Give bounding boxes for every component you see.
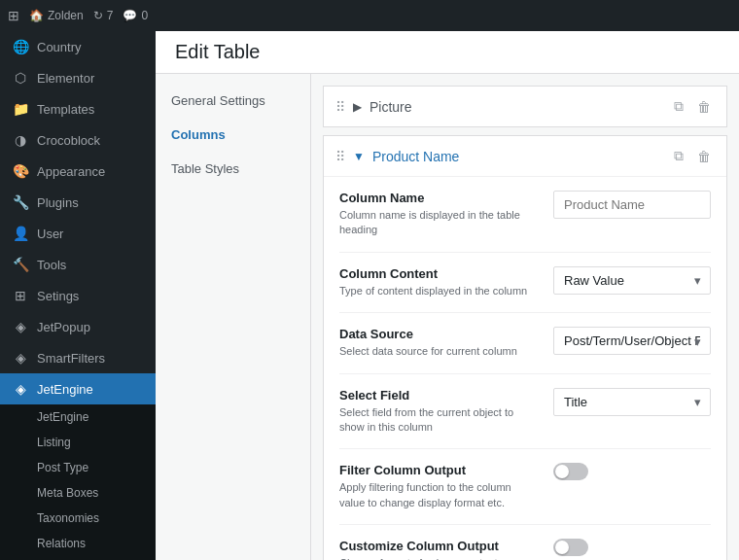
data-source-label: Data Source [339,327,534,341]
submenu-taxonomies[interactable]: Taxonomies [0,506,156,531]
sidebar-label-user: User [37,227,63,241]
nav-general-settings[interactable]: General Settings [156,84,310,118]
site-name-item[interactable]: 🏠 Zolden [29,9,84,22]
right-panel: ⠿ ▶ Picture ⧉ 🗑 ⠿ ▼ Product Name ⧉ [311,74,739,560]
select-field-label: Select Field [339,388,534,402]
nav-columns[interactable]: Columns [156,118,310,152]
customize-column-desc: Change format of column content. [339,556,534,560]
user-icon: 👤 [12,226,29,241]
sidebar-item-appearance[interactable]: 🎨 Appearance [0,156,156,187]
elementor-icon: ⬡ [12,70,29,86]
copy-product-button[interactable]: ⧉ [670,146,687,166]
sidebar-label-templates: Templates [37,102,94,117]
left-nav: General Settings Columns Table Styles [156,74,311,560]
column-product-settings: Column Name Column name is displayed in … [324,176,726,560]
sidebar-label-settings: Setings [37,289,79,303]
content-area: General Settings Columns Table Styles ⠿ … [156,74,739,560]
setting-column-name: Column Name Column name is displayed in … [339,177,711,253]
column-name-desc: Column name is displayed in the table he… [339,208,534,238]
sidebar-label-plugins: Plugins [37,195,79,210]
setting-filter-column: Filter Column Output Apply filtering fun… [339,449,711,525]
sidebar-item-jetengine[interactable]: ◈ JetEngine [0,373,156,404]
drag-handle-product[interactable]: ⠿ [335,149,345,164]
column-picture-title: Picture [370,99,662,115]
delete-product-button[interactable]: 🗑 [693,146,715,166]
sidebar-label-elementor: Elementor [37,71,94,86]
wp-icon[interactable]: ⊞ [8,8,19,23]
column-content-desc: Type of content displayed in the column [339,284,534,298]
templates-icon: 📁 [12,101,29,117]
settings-icon: ⊞ [12,288,29,303]
column-product-name: ⠿ ▼ Product Name ⧉ 🗑 Column Name Column … [323,135,727,560]
column-picture-actions: ⧉ 🗑 [670,96,715,117]
sidebar-item-jetpopup[interactable]: ◈ JetPopup [0,311,156,342]
comments-item[interactable]: 💬 0 [123,9,148,22]
filter-column-toggle[interactable] [553,463,588,480]
data-source-select[interactable]: Post/Term/User/Object Field Custom Field… [553,327,711,355]
tools-icon: 🔨 [12,257,29,272]
column-name-label: Column Name [339,191,534,205]
sidebar-item-smartfilters[interactable]: ◈ SmartFilters [0,342,156,373]
sidebar-item-templates[interactable]: 📁 Templates [0,93,156,124]
filter-column-desc: Apply filtering function to the column v… [339,480,534,510]
main-content: Edit Table General Settings Columns Tabl… [156,0,739,560]
topbar: ⊞ 🏠 Zolden ↻ 7 💬 0 [0,0,739,31]
column-content-label: Column Content [339,266,534,281]
select-field-select[interactable]: Title Content Excerpt Date [553,388,711,416]
column-product-actions: ⧉ 🗑 [670,146,715,166]
sidebar-item-crocoblock[interactable]: ◑ Crocoblock [0,124,156,156]
submenu-post-type[interactable]: Post Type [0,455,156,480]
sidebar-label-tools: Tools [37,258,66,272]
delete-picture-button[interactable]: 🗑 [693,96,715,117]
setting-select-field: Select Field Select field from the curre… [339,374,711,450]
customize-column-toggle[interactable] [553,539,588,556]
appearance-icon: 🎨 [12,163,29,179]
sidebar-item-elementor[interactable]: ⬡ Elementor [0,62,156,93]
data-source-desc: Select data source for current column [339,344,534,359]
column-picture-header[interactable]: ⠿ ▶ Picture ⧉ 🗑 [324,87,726,126]
country-icon: 🌐 [12,39,29,54]
sidebar-label-appearance: Appearance [37,164,105,179]
column-picture: ⠿ ▶ Picture ⧉ 🗑 [323,86,727,127]
column-name-input[interactable] [553,191,711,219]
submenu-option-pages[interactable]: Option Pages [0,556,156,560]
column-product-title: Product Name [372,149,662,164]
sidebar-item-user[interactable]: 👤 User [0,218,156,249]
sidebar: 🌐 Country ⬡ Elementor 📁 Templates ◑ Croc… [0,0,156,560]
column-product-name-header[interactable]: ⠿ ▼ Product Name ⧉ 🗑 [324,136,726,176]
submenu-jetengine[interactable]: JetEngine [0,404,156,430]
sidebar-item-tools[interactable]: 🔨 Tools [0,249,156,280]
page-title: Edit Table [175,41,260,63]
chevron-product: ▼ [353,150,365,163]
home-icon: 🏠 [29,9,44,22]
column-content-select[interactable]: Raw Value Custom Field Shortcode [553,266,711,295]
filter-column-label: Filter Column Output [339,463,534,477]
sidebar-label-country: Country [37,40,82,54]
jetengine-icon: ◈ [12,381,29,397]
copy-picture-button[interactable]: ⧉ [670,96,687,117]
sidebar-item-plugins[interactable]: 🔧 Plugins [0,187,156,218]
jetpopup-icon: ◈ [12,319,29,334]
sidebar-label-crocoblock: Crocoblock [37,133,100,148]
page-header: Edit Table [156,31,739,74]
submenu-listing[interactable]: Listing [0,430,156,455]
select-field-desc: Select field from the current object to … [339,405,534,436]
sidebar-label-smartfilters: SmartFilters [37,351,105,366]
crocoblock-icon: ◑ [12,132,29,148]
setting-column-content: Column Content Type of content displayed… [339,253,711,313]
submenu-meta-boxes[interactable]: Meta Boxes [0,480,156,506]
sidebar-item-country[interactable]: 🌐 Country [0,31,156,62]
nav-table-styles[interactable]: Table Styles [156,152,310,186]
customize-column-label: Customize Column Output [339,539,534,553]
sidebar-item-settings[interactable]: ⊞ Setings [0,280,156,311]
chevron-picture: ▶ [353,100,362,114]
setting-data-source: Data Source Select data source for curre… [339,313,711,373]
drag-handle-picture[interactable]: ⠿ [335,99,345,115]
smartfilters-icon: ◈ [12,350,29,366]
setting-customize-column: Customize Column Output Change format of… [339,525,711,560]
comments-icon: 💬 [123,9,137,22]
jetengine-submenu: JetEngine Listing Post Type Meta Boxes T… [0,404,156,560]
updates-icon: ↻ [93,9,103,22]
submenu-relations[interactable]: Relations [0,531,156,556]
updates-item[interactable]: ↻ 7 [93,9,114,22]
